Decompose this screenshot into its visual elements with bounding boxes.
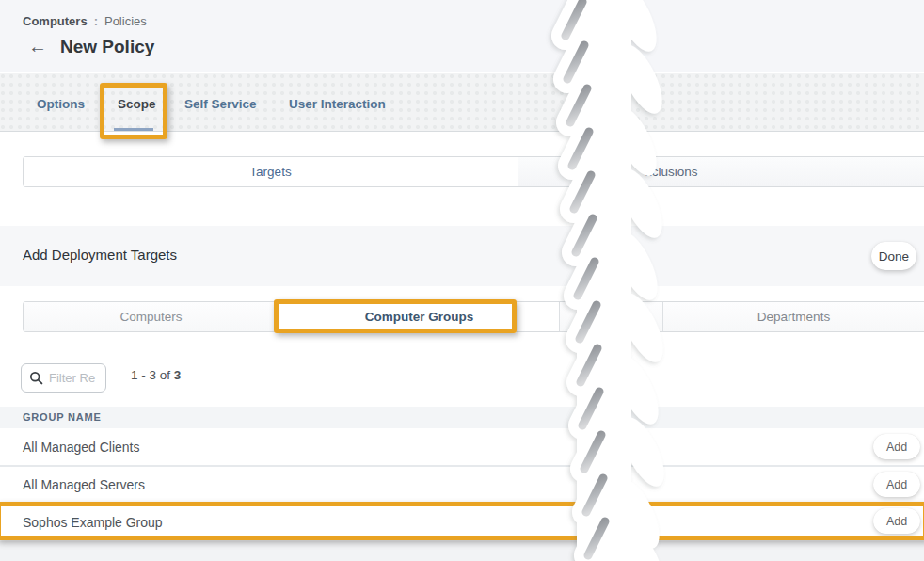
result-total: 3 (174, 368, 182, 382)
filter-field[interactable] (21, 363, 106, 393)
result-count: 1 - 3 of 3 (131, 368, 181, 382)
subtab-exclusions[interactable]: xclusions (518, 157, 924, 186)
result-range: 1 - 3 of (131, 368, 170, 382)
policy-tab-bar: Options Scope Self Service User Interact… (0, 73, 924, 132)
table-row: Sophos Example Group (0, 505, 924, 540)
add-button[interactable]: Add (873, 472, 920, 497)
tab-options[interactable]: Options (37, 97, 85, 111)
tab-self-service[interactable]: Self Service (184, 97, 257, 111)
back-arrow-icon[interactable]: ← (28, 36, 47, 56)
table-row: All Managed Clients (0, 429, 924, 467)
table-header-band (0, 407, 924, 428)
add-button[interactable]: Add (873, 434, 920, 459)
target-tab-computers[interactable]: Computers (24, 302, 279, 331)
group-name-all-managed-servers: All Managed Servers (23, 477, 145, 492)
search-icon (29, 371, 43, 385)
done-button[interactable]: Done (871, 242, 916, 270)
breadcrumb-policies[interactable]: Policies (104, 14, 147, 28)
scope-subtab-bar: Targets xclusions (23, 156, 924, 187)
breadcrumb-computers[interactable]: Computers (23, 14, 88, 28)
policy-editor-page: Computers:Policies ← New Policy Options … (0, 0, 924, 561)
tab-scope[interactable]: Scope (118, 97, 156, 111)
filter-input[interactable] (49, 371, 98, 385)
page-header: Computers:Policies ← New Policy (0, 0, 924, 72)
group-name-all-managed-clients: All Managed Clients (23, 440, 140, 455)
bottom-band (0, 541, 924, 561)
target-tab-hidden[interactable] (560, 302, 663, 331)
target-type-tab-bar: Computers Computer Groups Departments (23, 301, 924, 332)
subtab-targets[interactable]: Targets (24, 157, 518, 186)
target-tab-departments[interactable]: Departments (663, 302, 924, 331)
group-name-sophos-example-group: Sophos Example Group (23, 515, 163, 530)
tab-user-interaction[interactable]: User Interaction (289, 97, 386, 111)
column-header-group-name: GROUP NAME (23, 411, 102, 423)
table-row: All Managed Servers (0, 467, 924, 505)
add-button[interactable]: Add (873, 508, 920, 534)
add-targets-title: Add Deployment Targets (23, 247, 177, 263)
breadcrumb: Computers:Policies (23, 14, 147, 28)
page-title: New Policy (60, 37, 154, 57)
breadcrumb-separator: : (94, 14, 98, 28)
target-tab-computer-groups[interactable]: Computer Groups (279, 302, 560, 331)
selected-tab-underline (114, 128, 153, 131)
